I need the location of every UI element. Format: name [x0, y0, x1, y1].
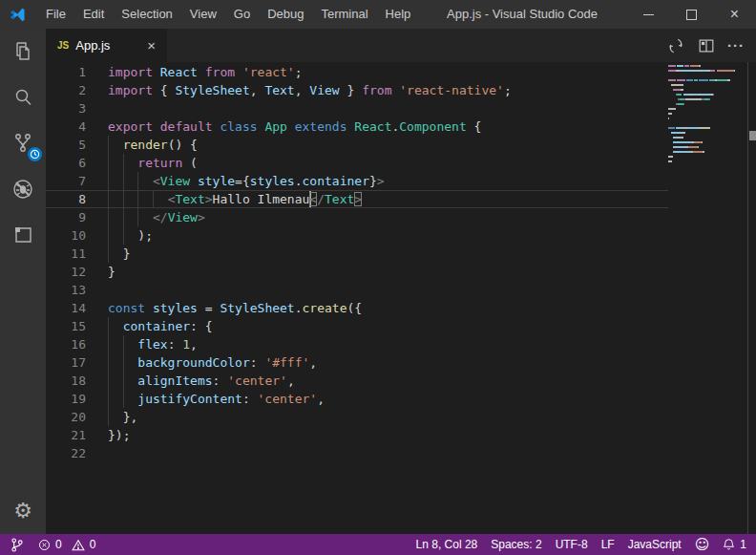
feedback-smiley-icon[interactable]: ☺ [695, 538, 710, 552]
code-editor[interactable]: 1import React from 'react';2import { Sty… [46, 62, 756, 534]
menu-selection[interactable]: Selection [113, 0, 180, 29]
activitybar-item-search[interactable] [0, 75, 46, 120]
code-line-17[interactable]: 17 backgroundColor: '#fff', [46, 353, 668, 372]
line-content: const styles = StyleSheet.create({ [108, 299, 362, 317]
code-line-22[interactable]: 22 [46, 444, 668, 462]
notifications-indicator[interactable]: 1 [723, 538, 746, 551]
code-line-14[interactable]: 14const styles = StyleSheet.create({ [46, 299, 668, 317]
code-token [153, 119, 160, 134]
indent-guide [108, 317, 109, 335]
activitybar-item-explorer[interactable] [0, 29, 46, 75]
menu-file[interactable]: File [37, 0, 74, 29]
code-line-7[interactable]: 7 <View style={styles.container}> [46, 172, 668, 190]
tab-label: App.js [75, 38, 110, 53]
problems-indicator[interactable]: 0 0 [38, 538, 95, 551]
menu-debug[interactable]: Debug [259, 0, 312, 29]
code-token: View [309, 83, 339, 97]
code-token: : [213, 374, 228, 388]
code-line-2[interactable]: 2import { StyleSheet, Text, View } from … [46, 81, 668, 99]
line-number: 10 [46, 226, 86, 245]
activitybar-item-extensions[interactable] [0, 212, 46, 258]
line-content: alignItems: 'center', [108, 372, 295, 390]
line-number: 8 [46, 191, 86, 207]
code-line-3[interactable]: 3 [46, 99, 668, 117]
activitybar-item-debug[interactable] [0, 166, 46, 212]
menu-terminal[interactable]: Terminal [312, 0, 376, 29]
activitybar-item-source-control[interactable] [0, 120, 46, 166]
code-token: View [160, 174, 190, 188]
menu-edit[interactable]: Edit [74, 0, 113, 29]
code-token: ={ [235, 174, 250, 188]
errors-icon [38, 539, 51, 551]
line-number: 4 [46, 117, 86, 136]
minimap[interactable] [668, 64, 735, 169]
maximize-button[interactable] [670, 0, 713, 29]
cursor-position-indicator[interactable]: Ln 8, Col 28 [416, 538, 478, 551]
code-line-5[interactable]: 5 render() { [46, 136, 668, 154]
code-token: import [108, 65, 153, 79]
menu-help[interactable]: Help [377, 0, 420, 29]
indent-guide [108, 372, 109, 390]
language-mode-indicator[interactable]: JavaScript [628, 538, 682, 551]
line-number: 3 [46, 99, 86, 117]
line-number: 5 [46, 136, 86, 154]
sync-changes-icon[interactable] [666, 36, 685, 55]
bell-icon [723, 538, 735, 551]
code-token: React [160, 65, 198, 79]
code-line-4[interactable]: 4export default class App extends React.… [46, 117, 668, 136]
minimize-button[interactable] [627, 0, 670, 29]
menu-go[interactable]: Go [225, 0, 259, 29]
line-number: 18 [46, 372, 86, 390]
code-line-12[interactable]: 12} [46, 263, 668, 281]
eol-indicator[interactable]: LF [601, 538, 615, 551]
code-line-15[interactable]: 15 container: { [46, 317, 668, 335]
code-token: ; [295, 65, 303, 79]
code-line-16[interactable]: 16 flex: 1, [46, 335, 668, 353]
indent-guide [108, 245, 109, 263]
code-line-1[interactable]: 1import React from 'react'; [46, 63, 668, 81]
code-token: styles [250, 174, 295, 188]
code-line-8[interactable]: 8 <Text>Hallo Ilmenau</Text> [46, 190, 668, 208]
indent-guide [108, 172, 109, 190]
code-token: 'react-native' [399, 83, 504, 97]
code-token: 'center' [258, 392, 318, 406]
code-token: , [317, 392, 325, 406]
code-line-19[interactable]: 19 justifyContent: 'center', [46, 390, 668, 408]
line-number: 15 [46, 317, 86, 335]
code-token: { [153, 83, 175, 97]
git-branch-indicator[interactable] [10, 537, 24, 553]
split-editor-icon[interactable] [697, 36, 716, 55]
code-line-20[interactable]: 20 }, [46, 408, 668, 426]
line-content: ); [108, 226, 153, 245]
indent-guide [137, 172, 138, 190]
code-line-11[interactable]: 11 } [46, 245, 668, 263]
code-token: () { [168, 138, 198, 152]
code-line-21[interactable]: 21}); [46, 426, 668, 444]
activitybar-item-settings[interactable]: ⚙ [0, 488, 46, 534]
code-token: App [264, 119, 286, 134]
line-content: render() { [108, 136, 198, 154]
code-token: } [108, 246, 130, 261]
code-token: , [309, 355, 317, 370]
indent-guide [108, 226, 109, 245]
line-content: } [108, 263, 116, 281]
indent-guide [153, 191, 154, 207]
code-line-9[interactable]: 9 </View> [46, 208, 668, 226]
git-branch-icon [10, 537, 24, 553]
indentation-indicator[interactable]: Spaces: 2 [491, 538, 541, 551]
code-token [153, 65, 160, 79]
code-token: } [108, 265, 116, 279]
overview-ruler-scrollbar[interactable] [747, 62, 756, 534]
tab-close-icon[interactable]: × [147, 38, 156, 53]
menu-view[interactable]: View [181, 0, 225, 29]
tab-appjs[interactable]: JS App.js × [46, 29, 167, 62]
code-line-6[interactable]: 6 return ( [46, 154, 668, 172]
code-line-13[interactable]: 13 [46, 281, 668, 299]
code-token: > [354, 192, 362, 206]
close-window-button[interactable]: × [713, 0, 756, 29]
line-number: 7 [46, 172, 86, 190]
code-line-10[interactable]: 10 ); [46, 226, 668, 245]
more-actions-icon[interactable]: ··· [727, 37, 745, 53]
code-line-18[interactable]: 18 alignItems: 'center', [46, 372, 668, 390]
encoding-indicator[interactable]: UTF-8 [556, 538, 588, 551]
